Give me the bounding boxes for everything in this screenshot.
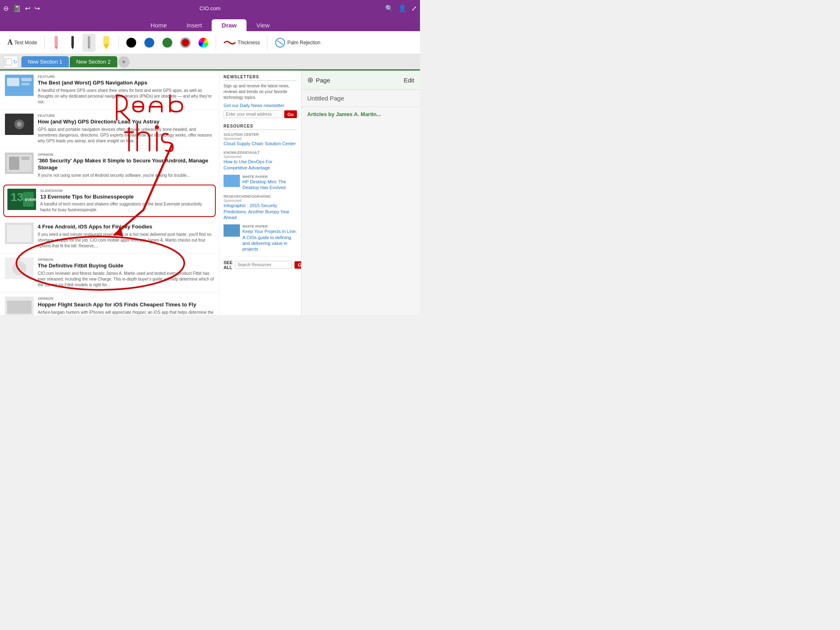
article-content-5: 4 Free Android, iOS Apps for Finicky Foo…: [38, 223, 214, 249]
svg-rect-14: [21, 78, 32, 81]
palm-rejection-button[interactable]: Palm Rejection: [272, 36, 323, 50]
tab-draw[interactable]: Draw: [212, 19, 247, 31]
resource-item-3: WHITE PAPER HP Desktop Mini: The Desktop…: [224, 175, 297, 191]
thumb-svg-3: [5, 153, 34, 174]
article-item-3[interactable]: OPINION '360 Security' App Makes it Simp…: [0, 148, 219, 183]
newsletter-daily-link[interactable]: Get our Daily News newsletter: [224, 103, 297, 108]
article-content-6: OPINION The Definitive Fitbit Buying Gui…: [38, 258, 214, 288]
article-item-6[interactable]: OPINION The Definitive Fitbit Buying Gui…: [0, 253, 219, 292]
pen-dark-tool[interactable]: [66, 34, 79, 52]
tab-home[interactable]: Home: [141, 19, 177, 31]
green-color-swatch: [162, 38, 172, 48]
tab-insert[interactable]: Insert: [177, 19, 212, 31]
resource-link-4[interactable]: Infographic : 2015 Security Predictions:…: [224, 203, 297, 220]
resource-label-3: WHITE PAPER: [242, 175, 297, 179]
article-item-2[interactable]: FEATURE How (and Why) GPS Directions Lea…: [0, 110, 219, 148]
see-all-row: SEE ALL Go: [224, 256, 297, 270]
article-thumb-4: 13 EVERNOTE: [7, 189, 36, 210]
highlighter-tool[interactable]: [99, 34, 114, 52]
resource-label-2: KNOWLEDGEVAULT: [224, 151, 297, 155]
article-category-2: FEATURE: [38, 114, 214, 118]
svg-rect-32: [7, 301, 32, 314]
see-all-link[interactable]: SEE ALL: [224, 260, 233, 270]
article-item-5[interactable]: 4 Free Android, iOS Apps for Finicky Foo…: [0, 219, 219, 253]
article-title-7: Hopper Flight Search App for iOS Finds C…: [38, 301, 214, 308]
page-label: Page: [316, 77, 330, 84]
thumb-svg-2: [5, 114, 34, 135]
newsletter-go-button[interactable]: Go: [284, 110, 297, 118]
content-row: FEATURE The Best (and Worst) GPS Navigat…: [0, 71, 301, 315]
newsletter-desc: Sign up and receive the latest news, rev…: [224, 83, 297, 100]
pen-dark-icon: [68, 35, 77, 50]
add-section-button[interactable]: +: [118, 56, 130, 68]
notebook-icon-button[interactable]: 📓: [13, 5, 21, 12]
notebook-icon[interactable]: ↻: [3, 56, 18, 68]
pen-pink-tool[interactable]: [50, 34, 63, 52]
article-item-1[interactable]: FEATURE The Best (and Worst) GPS Navigat…: [0, 71, 219, 110]
thumb-svg-6: [5, 258, 34, 279]
search-resources-input[interactable]: [235, 261, 292, 269]
resource-link-1[interactable]: Cloud Supply Chain Solution Center: [224, 141, 297, 146]
palm-rejection-icon: [275, 37, 285, 48]
resource-link-5[interactable]: Keep Your Projects In Line: A CIOs guide…: [242, 228, 297, 252]
text-mode-label: Text Mode: [14, 40, 37, 46]
untitled-page[interactable]: Untitled Page: [301, 90, 420, 107]
resource-link-3[interactable]: HP Desktop Mini: The Desktop Has Evolved: [242, 179, 297, 191]
article-item-7[interactable]: OPINION Hopper Flight Search App for iOS…: [0, 292, 219, 315]
color-red[interactable]: [178, 36, 193, 49]
article-item-4-highlighted[interactable]: 13 EVERNOTE SLIDESHOW 13 Evernote Tips f…: [3, 185, 216, 217]
article-desc-1: A handful of frequent GPS users share th…: [38, 88, 214, 105]
svg-marker-7: [103, 44, 109, 49]
article-content-1: FEATURE The Best (and Worst) GPS Navigat…: [38, 75, 214, 105]
redo-button[interactable]: ↪: [34, 5, 40, 12]
svg-marker-1: [55, 47, 58, 49]
color-wheel[interactable]: [196, 36, 211, 49]
svg-point-18: [17, 122, 22, 127]
pen-gray-tool[interactable]: [82, 34, 96, 52]
resource-sponsor-1: Sponsored: [224, 137, 297, 141]
section-tab-1[interactable]: New Section 1: [21, 56, 69, 67]
resource-link-2[interactable]: How to Use DevOps For Competitive Advant…: [224, 159, 297, 171]
resource-thumb-3: [224, 175, 240, 187]
svg-text:EVERNOTE: EVERNOTE: [25, 198, 36, 202]
tab-view[interactable]: View: [247, 19, 279, 31]
article-category-3: OPINION: [38, 153, 214, 157]
search-button[interactable]: 🔍: [385, 5, 393, 12]
thickness-button[interactable]: Thickness: [221, 37, 262, 48]
section-tab-2[interactable]: New Section 2: [70, 56, 117, 67]
pen-pink-icon: [52, 35, 60, 50]
expand-button[interactable]: ⤢: [411, 5, 417, 12]
edit-button[interactable]: Edit: [404, 77, 414, 84]
article-desc-7: Airfare-bargain hunters with iPhones wil…: [38, 310, 214, 315]
article-category-7: OPINION: [38, 297, 214, 301]
articles-link[interactable]: Articles by James A. Martin...: [301, 107, 420, 121]
svg-rect-15: [21, 83, 30, 85]
add-user-button[interactable]: 👤: [398, 5, 406, 12]
thickness-label: Thickness: [237, 40, 260, 46]
article-title-1: The Best (and Worst) GPS Navigation Apps: [38, 80, 214, 87]
color-green[interactable]: [160, 36, 175, 49]
site-title: CIO.com: [199, 5, 220, 11]
color-blue[interactable]: [142, 36, 157, 49]
svg-rect-2: [71, 36, 74, 47]
thumb-svg-4: 13 EVERNOTE: [7, 189, 36, 210]
search-go-button[interactable]: Go: [294, 261, 301, 269]
back-nav-button[interactable]: ⊖: [3, 5, 9, 12]
resource-item-5: WHITE PAPER Keep Your Projects In Line: …: [224, 224, 297, 252]
undo-button[interactable]: ↩: [25, 5, 30, 12]
ribbon-nav: Home Insert Draw View: [0, 16, 420, 31]
resource-thumb-5: [224, 224, 240, 237]
email-signup-row: Go: [224, 110, 297, 118]
newsletter-heading: NEWSLETTERS: [224, 75, 297, 81]
svg-rect-21: [9, 157, 19, 170]
email-input[interactable]: [224, 110, 283, 118]
svg-rect-22: [21, 157, 30, 160]
resource-label-4: RESEARCH/INFOGRAPHIC: [224, 194, 297, 199]
article-thumb-3: [5, 153, 34, 174]
article-category-1: FEATURE: [38, 75, 214, 79]
blue-color-swatch: [144, 38, 154, 48]
text-mode-button[interactable]: A Text Mode: [5, 37, 39, 48]
page-add-button[interactable]: ⊕ Page: [307, 75, 330, 84]
svg-text:13: 13: [11, 191, 23, 203]
color-black[interactable]: [124, 36, 139, 49]
